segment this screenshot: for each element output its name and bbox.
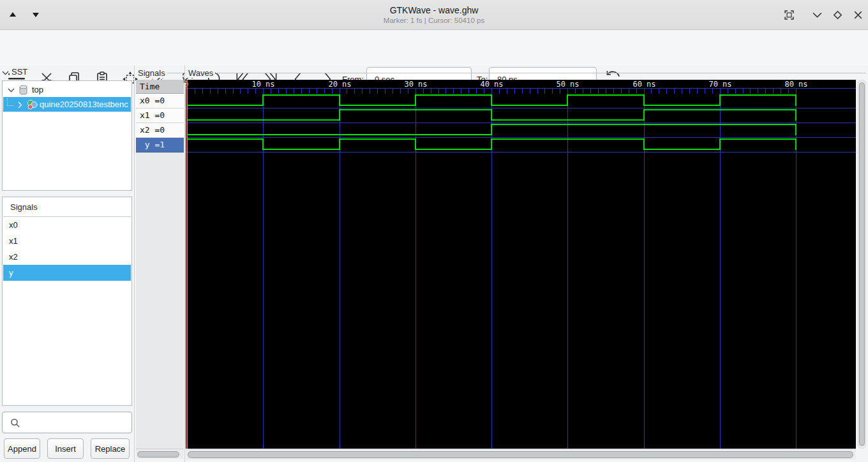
- timeline-tick: [415, 89, 416, 94]
- timeline-tick: [294, 89, 294, 94]
- window-title: GTKWave - wave.ghw: [0, 5, 868, 15]
- insert-button[interactable]: Insert: [47, 438, 84, 459]
- timeline-tick: [689, 89, 690, 94]
- timeline-tick: [233, 89, 234, 94]
- signal-list-item-x2[interactable]: x2: [3, 249, 131, 265]
- names-splitter[interactable]: [184, 66, 185, 462]
- waves-hscroll-thumb[interactable]: [188, 451, 853, 458]
- wave-y-edge: [491, 138, 492, 150]
- time-label-50-ns: 50: [539, 80, 565, 88]
- wave-y-seg: [263, 149, 340, 150]
- wave-y-seg: [491, 138, 567, 140]
- timeline-tick: [324, 89, 325, 94]
- gtkwave-window: GTKWave - wave.ghw Marker: 1 fs | Cursor…: [0, 0, 868, 462]
- timeline-tick: [248, 89, 248, 94]
- signal-name-x0[interactable]: x0 =0: [136, 94, 184, 108]
- timeline-tick: [255, 89, 256, 94]
- signal-name-x2[interactable]: x2 =0: [136, 123, 184, 138]
- timeline-tick: [370, 89, 370, 94]
- wave-y-seg: [720, 138, 796, 140]
- wave-x1-seg: [415, 109, 491, 110]
- wave-y-seg: [187, 138, 263, 140]
- replace-button[interactable]: Replace: [91, 438, 130, 459]
- signal-list-item-x0[interactable]: x0: [3, 217, 131, 233]
- timeline-tick: [210, 89, 211, 94]
- timeline-tick: [507, 89, 507, 94]
- signal-list-item-x1[interactable]: x1: [3, 233, 131, 249]
- wave-y-edge: [795, 138, 797, 150]
- module-cylinder-icon: [19, 85, 28, 95]
- marker-line: [186, 80, 188, 449]
- signal-name-x1[interactable]: x1 =0: [136, 108, 184, 123]
- signal-name-y[interactable]: y =1: [136, 138, 184, 153]
- wave-x0-seg: [567, 94, 644, 96]
- timeline-tick: [240, 89, 241, 94]
- tree-item-label: quine20250813testbenc: [40, 97, 128, 112]
- time-unit-80: ns: [798, 80, 816, 88]
- wave-x1-edge: [643, 109, 645, 121]
- timeline-tick: [544, 89, 545, 94]
- timeline-tick: [431, 89, 431, 94]
- wave-x2-seg: [187, 134, 263, 135]
- timeline-tick: [720, 89, 721, 94]
- signal-search-list: x0x1x2y: [3, 217, 131, 405]
- wave-x1-edge: [339, 109, 340, 121]
- timeline-tick: [590, 89, 591, 94]
- close-icon: [853, 10, 864, 20]
- timeline-tick: [537, 89, 538, 94]
- expander-down-icon: [8, 87, 15, 93]
- timeline-tick: [583, 89, 583, 94]
- time-unit-70: ns: [722, 80, 740, 88]
- wave-x1-seg: [187, 119, 263, 121]
- timeline-tick: [666, 89, 667, 94]
- minimize-button[interactable]: [812, 10, 823, 21]
- timeline-tick: [697, 89, 698, 94]
- timeline-tick: [560, 89, 560, 94]
- tree-item-top[interactable]: top: [3, 82, 131, 97]
- timeline-tick: [552, 89, 553, 94]
- wave-canvas[interactable]: 010ns20ns30ns40ns50ns60ns70ns80ns: [186, 80, 856, 449]
- wave-x0-seg: [187, 105, 263, 106]
- timeline-tick: [332, 89, 333, 94]
- time-header: Time: [136, 80, 184, 94]
- timeline-tick: [445, 89, 446, 94]
- time-label-70-ns: 70: [691, 80, 718, 88]
- timeline-tick: [522, 89, 523, 94]
- waves-frame-line: [216, 73, 866, 73]
- timeline-tick: [735, 89, 736, 94]
- signal-filter-input[interactable]: [24, 413, 130, 432]
- waves-hscroll-track: [186, 449, 856, 459]
- wave-x0-edge: [719, 94, 721, 106]
- signal-list-item-y[interactable]: y: [3, 265, 131, 281]
- sst-tree: top quine20250813testbenc: [2, 80, 132, 191]
- close-button[interactable]: [853, 10, 864, 21]
- fullscreen-toggle-button[interactable]: [784, 10, 795, 21]
- wave-y-seg: [644, 149, 720, 150]
- left-splitter[interactable]: [134, 66, 135, 462]
- maximize-button[interactable]: [832, 10, 844, 21]
- names-hscroll-thumb[interactable]: [137, 451, 179, 458]
- wave-x0-seg: [415, 94, 491, 96]
- wave-y-edge: [719, 138, 721, 150]
- append-button[interactable]: Append: [4, 438, 40, 459]
- timeline-tick: [796, 89, 797, 94]
- timeline-tick: [728, 89, 728, 94]
- wave-x2-seg: [491, 124, 567, 125]
- time-unit-50: ns: [570, 80, 588, 88]
- waves-header: Waves: [186, 68, 215, 78]
- timeline-tick: [423, 89, 424, 94]
- timeline-tick: [674, 89, 675, 94]
- timeline-tick: [750, 89, 751, 94]
- tree-item-testbench[interactable]: quine20250813testbenc: [3, 97, 131, 112]
- time-label-80-ns: 80: [767, 80, 794, 88]
- timeline-tick: [461, 89, 461, 94]
- timeline-tick: [218, 89, 218, 94]
- timeline-tick: [491, 89, 492, 94]
- wave-x0-edge: [262, 94, 264, 106]
- time-unit-30: ns: [418, 80, 436, 88]
- sst-expander-icon[interactable]: [2, 70, 9, 75]
- wave-x2-seg: [340, 134, 415, 135]
- wave-x2-seg: [720, 124, 796, 125]
- waves-vscroll-thumb[interactable]: [859, 82, 865, 446]
- timeline-tick: [644, 89, 645, 94]
